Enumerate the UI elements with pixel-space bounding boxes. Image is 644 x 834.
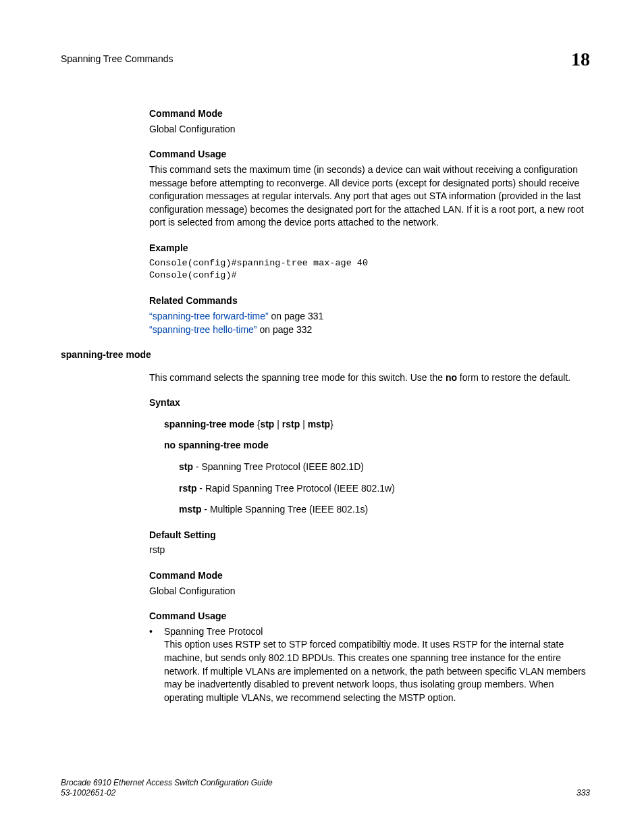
syntax-option-mstp: mstp - Multiple Spanning Tree (IEEE 802.… <box>179 503 590 517</box>
intro-pre: This command selects the spanning tree m… <box>149 372 446 383</box>
opt-label: stp <box>179 461 193 472</box>
bullet-title: Spanning Tree Protocol <box>164 625 590 639</box>
example-code: Console(config)#spanning-tree max-age 40… <box>149 257 590 283</box>
opt-desc: - Spanning Tree Protocol (IEEE 802.1D) <box>193 461 364 472</box>
syntax-stp: stp <box>260 419 274 429</box>
opt-label: rstp <box>179 483 196 494</box>
default-setting-heading: Default Setting <box>149 529 590 542</box>
footer-doc-title: Brocade 6910 Ethernet Access Switch Conf… <box>61 778 273 789</box>
related-command-link-1: “spanning-tree forward-time” on page 331 <box>149 310 590 323</box>
syntax-option-rstp: rstp - Rapid Spanning Tree Protocol (IEE… <box>179 482 590 496</box>
syntax-cmd: spanning-tree mode <box>164 419 254 429</box>
link-forward-time[interactable]: “spanning-tree forward-time” <box>149 311 269 321</box>
intro-bold: no <box>446 372 457 383</box>
link-suffix: on page 332 <box>257 324 313 335</box>
footer-doc-number: 53-1002651-02 <box>61 788 273 799</box>
syntax-line-1: spanning-tree mode {stp | rstp | mstp} <box>164 418 590 432</box>
opt-desc: - Multiple Spanning Tree (IEEE 802.1s) <box>201 504 368 515</box>
syntax-brace: } <box>330 419 333 429</box>
bullet-content: Spanning Tree Protocol This option uses … <box>164 625 590 705</box>
command-mode-heading: Command Mode <box>149 107 590 121</box>
related-commands-heading: Related Commands <box>149 294 590 308</box>
bullet-icon: • <box>149 625 164 705</box>
default-setting-body: rstp <box>149 544 590 557</box>
link-hello-time[interactable]: “spanning-tree hello-time” <box>149 324 257 335</box>
command-usage-heading-2: Command Usage <box>149 610 590 623</box>
syntax-pipe: | <box>274 419 281 429</box>
opt-desc: - Rapid Spanning Tree Protocol (IEEE 802… <box>196 483 394 494</box>
syntax-heading: Syntax <box>149 396 590 410</box>
command-mode-body: Global Configuration <box>149 123 590 136</box>
command-mode-heading-2: Command Mode <box>149 569 590 583</box>
command-mode-body-2: Global Configuration <box>149 585 590 598</box>
header-section-title: Spanning Tree Commands <box>61 53 173 66</box>
command-name-heading: spanning-tree mode <box>61 348 590 362</box>
related-command-link-2: “spanning-tree hello-time” on page 332 <box>149 323 590 337</box>
syntax-line-2: no spanning-tree mode <box>164 439 590 452</box>
page-header: Spanning Tree Commands 18 <box>61 46 590 72</box>
footer-page-number: 333 <box>576 787 590 799</box>
chapter-number: 18 <box>571 46 590 72</box>
syntax-rstp: rstp <box>282 419 300 429</box>
syntax-mstp: mstp <box>308 419 330 429</box>
command-usage-body: This command sets the maximum time (in s… <box>149 163 590 230</box>
syntax-pipe: | <box>300 419 307 429</box>
command-usage-heading: Command Usage <box>149 148 590 161</box>
link-suffix: on page 331 <box>269 311 324 321</box>
command-intro: This command selects the spanning tree m… <box>149 371 590 385</box>
usage-bullet-item: • Spanning Tree Protocol This option use… <box>149 625 590 705</box>
bullet-body: This option uses RSTP set to STP forced … <box>164 638 590 704</box>
example-heading: Example <box>149 242 590 255</box>
opt-label: mstp <box>179 504 201 515</box>
page-footer: Brocade 6910 Ethernet Access Switch Conf… <box>61 778 590 799</box>
syntax-option-stp: stp - Spanning Tree Protocol (IEEE 802.1… <box>179 461 590 474</box>
intro-post: form to restore the default. <box>457 372 570 383</box>
